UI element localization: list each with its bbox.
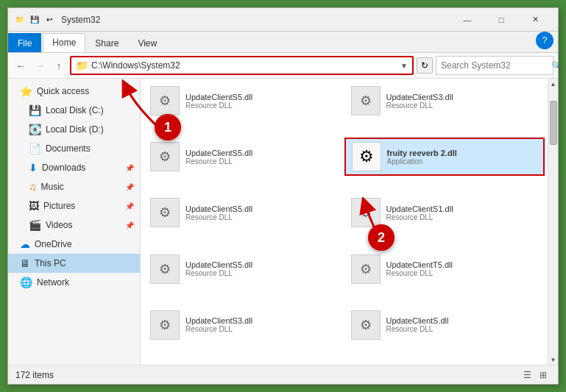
file-item-8[interactable]: ⚙ UpdateClientT5.dll Resource DLL (344, 250, 545, 288)
sidebar-label-network: Network (37, 277, 134, 288)
sidebar-item-pictures[interactable]: 🖼 Pictures 📌 (8, 196, 140, 215)
search-box: 🔍 (436, 56, 553, 75)
file-thumb-10: ⚙ (351, 310, 381, 340)
file-type-10: Resource DLL (386, 325, 539, 333)
file-item-2[interactable]: ⚙ UpdateClientS3.dll Resource DLL (344, 82, 545, 120)
file-info-2: UpdateClientS3.dll Resource DLL (386, 93, 539, 110)
pin-icon-downloads: 📌 (125, 164, 134, 172)
sidebar-label-this-pc: This PC (35, 258, 134, 268)
file-info-9: UpdateClientS3.dll Resource DLL (185, 316, 338, 333)
file-item-highlighted[interactable]: ⚙ fruity reeverb 2.dll Application (344, 138, 545, 176)
scrollbar-thumb[interactable] (550, 101, 557, 145)
sidebar-label-videos: Videos (46, 220, 121, 230)
file-thumb-9: ⚙ (150, 310, 180, 340)
ribbon-tabs: File Home Share View ? (8, 32, 558, 52)
file-name-8: UpdateClientT5.dll (386, 260, 539, 269)
folder-icon: 📁 (76, 60, 88, 71)
network-icon: 🌐 (20, 277, 32, 288)
documents-icon: 📄 (29, 143, 41, 154)
this-pc-icon: 🖥 (20, 257, 30, 269)
file-thumb-7: ⚙ (150, 254, 180, 284)
file-type-8: Resource DLL (386, 269, 539, 277)
window-title: System32 (61, 15, 450, 25)
up-button[interactable]: ↑ (51, 57, 67, 74)
file-type-3: Resource DLL (185, 157, 338, 165)
sidebar-item-onedrive[interactable]: ☁ OneDrive (8, 235, 140, 254)
back-button[interactable]: ← (13, 57, 29, 74)
file-item-5[interactable]: ⚙ UpdateClientS5.dll Resource DLL (144, 193, 344, 232)
sidebar-item-videos[interactable]: 🎬 Videos 📌 (8, 215, 140, 235)
file-type-1: Resource DLL (185, 101, 338, 110)
file-grid: ⚙ UpdateClientS5.dll Resource DLL ⚙ Upda… (141, 79, 548, 365)
scroll-down-arrow[interactable]: ▼ (548, 354, 559, 365)
address-dropdown-icon[interactable]: ▼ (400, 62, 408, 70)
file-thumb-5: ⚙ (150, 198, 180, 227)
scrollbar[interactable]: ▲ ▼ (548, 79, 558, 365)
scroll-up-arrow[interactable]: ▲ (548, 79, 559, 89)
dll-icon-6: ⚙ (360, 204, 372, 221)
sidebar-item-quick-access[interactable]: ⭐ Quick access (8, 82, 140, 101)
file-type-2: Resource DLL (386, 101, 539, 110)
file-thumb-8: ⚙ (351, 254, 381, 284)
file-thumb-highlighted: ⚙ (352, 142, 381, 171)
sidebar-item-this-pc[interactable]: 🖥 This PC (8, 254, 140, 273)
address-path-box[interactable]: 📁 C:\Windows\System32 ▼ (70, 56, 414, 75)
view-icons: ☰ ⊞ (520, 368, 551, 382)
tab-file[interactable]: File (8, 33, 41, 52)
sidebar-item-local-c[interactable]: 💾 Local Disk (C:) (8, 101, 140, 120)
refresh-button[interactable]: ↻ (417, 57, 433, 74)
file-type-highlighted: Application (387, 157, 538, 165)
file-item-9[interactable]: ⚙ UpdateClientS3.dll Resource DLL (144, 306, 344, 344)
sidebar-item-downloads[interactable]: ⬇ Downloads 📌 (8, 158, 140, 177)
window-icon: 📁 (14, 14, 26, 26)
dll-icon-8: ⚙ (360, 261, 372, 277)
file-thumb-6: ⚙ (351, 198, 381, 227)
search-icon: 🔍 (551, 61, 562, 71)
file-thumb-3: ⚙ (150, 142, 180, 171)
details-view-icon[interactable]: ☰ (520, 368, 534, 382)
forward-button[interactable]: → (32, 57, 48, 74)
file-info-5: UpdateClientS5.dll Resource DLL (185, 204, 338, 221)
quick-save-icon[interactable]: 💾 (29, 14, 40, 26)
sidebar-item-local-d[interactable]: 💽 Local Disk (D:) (8, 120, 140, 139)
tab-view[interactable]: View (128, 33, 166, 52)
item-count: 172 items (15, 370, 54, 380)
tiles-view-icon[interactable]: ⊞ (536, 368, 551, 382)
pin-icon-pictures: 📌 (125, 202, 134, 210)
search-input[interactable] (441, 60, 551, 71)
file-item-3[interactable]: ⚙ UpdateClientS5.dll Resource DLL (144, 138, 344, 176)
sidebar-item-network[interactable]: 🌐 Network (8, 273, 140, 292)
file-name-10: UpdateClientS.dll (386, 316, 539, 325)
title-bar: 📁 💾 ↩ System32 — □ ✕ (8, 8, 558, 32)
sidebar-item-music[interactable]: ♫ Music 📌 (8, 177, 140, 196)
maximize-button[interactable]: □ (484, 8, 518, 32)
file-info-3: UpdateClientS5.dll Resource DLL (185, 149, 338, 165)
help-button[interactable]: ? (536, 32, 553, 49)
sidebar: ⭐ Quick access 💾 Local Disk (C:) 💽 Local… (8, 79, 141, 365)
dll-icon-2: ⚙ (360, 93, 372, 109)
dll-icon-10: ⚙ (360, 317, 372, 333)
undo-icon[interactable]: ↩ (43, 14, 55, 26)
sidebar-item-documents[interactable]: 📄 Documents (8, 139, 140, 158)
file-item-6[interactable]: ⚙ UpdateClientS1.dll Resource DLL (344, 193, 545, 232)
file-item-10[interactable]: ⚙ UpdateClientS.dll Resource DLL (344, 306, 545, 344)
tab-home[interactable]: Home (43, 33, 85, 52)
sidebar-label-documents: Documents (46, 143, 134, 154)
dll-icon-3: ⚙ (159, 149, 171, 165)
file-name-5: UpdateClientS5.dll (185, 204, 338, 213)
explorer-window: 📁 💾 ↩ System32 — □ ✕ File Home Share Vie… (7, 7, 559, 385)
main-content: ⭐ Quick access 💾 Local Disk (C:) 💽 Local… (8, 79, 558, 365)
file-name-6: UpdateClientS1.dll (386, 204, 539, 213)
title-bar-icons: 📁 💾 ↩ (14, 14, 55, 26)
file-type-5: Resource DLL (185, 213, 338, 221)
file-item-1[interactable]: ⚙ UpdateClientS5.dll Resource DLL (144, 82, 344, 120)
file-name-1: UpdateClientS5.dll (185, 93, 338, 101)
minimize-button[interactable]: — (450, 8, 484, 32)
music-icon: ♫ (29, 181, 37, 193)
file-type-6: Resource DLL (386, 213, 539, 221)
close-button[interactable]: ✕ (518, 8, 552, 32)
file-item-7[interactable]: ⚙ UpdateClientS5.dll Resource DLL (144, 250, 344, 288)
file-type-7: Resource DLL (185, 269, 338, 277)
file-name-7: UpdateClientS5.dll (185, 260, 338, 269)
tab-share[interactable]: Share (85, 33, 128, 52)
